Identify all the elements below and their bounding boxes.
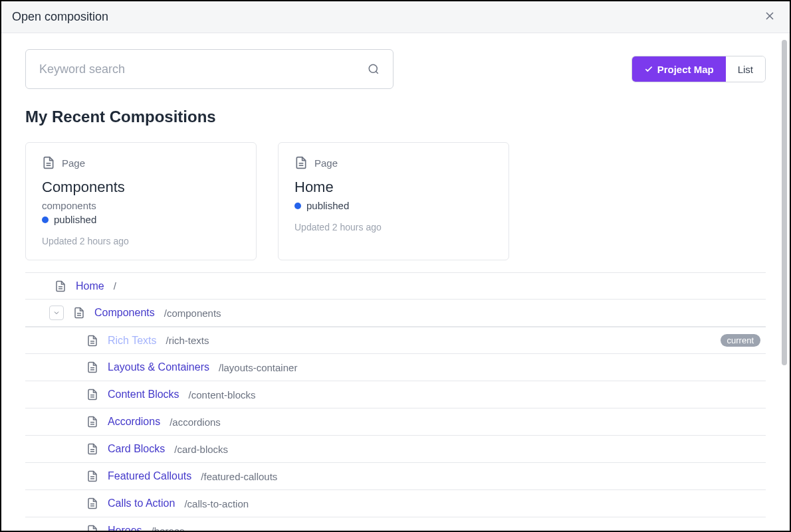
tree-link[interactable]: Rich Texts [108, 335, 157, 347]
card-name: Home [294, 179, 493, 196]
section-title: My Recent Compositions [25, 108, 766, 126]
tree-path: /calls-to-action [184, 498, 249, 509]
tree-row[interactable]: Rich Texts/rich-textscurrent [25, 327, 766, 354]
card-type: Page [42, 156, 240, 169]
card-type-label: Page [62, 157, 85, 169]
search-box[interactable] [25, 49, 394, 89]
page-icon [294, 156, 308, 169]
modal-title: Open composition [12, 10, 108, 24]
card-status: published [294, 200, 493, 211]
tree-link[interactable]: Components [94, 307, 155, 319]
tree-link[interactable]: Calls to Action [108, 497, 175, 509]
status-dot [42, 217, 49, 223]
view-project-map-label: Project Map [657, 64, 714, 75]
page-icon [86, 361, 98, 373]
page-icon [86, 525, 98, 531]
page-icon [42, 156, 55, 169]
view-list[interactable]: List [726, 56, 765, 82]
svg-line-3 [376, 71, 378, 73]
tree-row[interactable]: Featured Callouts/featured-callouts [25, 463, 766, 490]
card-slug: components [42, 200, 240, 211]
tree-path: / [114, 280, 116, 292]
tree-row[interactable]: Heroes/heroes [25, 517, 766, 531]
tree-row[interactable]: Layouts & Containers/layouts-container [25, 354, 766, 381]
tree-link[interactable]: Accordions [108, 416, 160, 428]
page-icon [86, 389, 98, 400]
close-icon [763, 9, 776, 23]
tree-path: /components [164, 308, 221, 319]
page-icon [73, 307, 85, 319]
modal-body: Project Map List My Recent Compositions … [1, 33, 790, 531]
status-dot [294, 203, 301, 209]
page-icon [86, 470, 98, 482]
close-button[interactable] [760, 7, 779, 28]
page-icon [86, 443, 98, 455]
card-updated: Updated 2 hours ago [294, 222, 493, 232]
tree-row-components[interactable]: Components /components [25, 300, 766, 327]
view-project-map[interactable]: Project Map [632, 56, 726, 82]
tree-row[interactable]: Content Blocks/content-blocks [25, 381, 766, 408]
page-icon [55, 280, 66, 292]
tree-row[interactable]: Accordions/accordions [25, 408, 766, 436]
tree-path: /content-blocks [189, 389, 256, 400]
current-badge: current [721, 334, 760, 347]
recent-cards: Page Components components published Upd… [25, 142, 766, 260]
card-name: Components [42, 179, 240, 196]
composition-card[interactable]: Page Components components published Upd… [25, 142, 257, 260]
tree-path: /card-blocks [174, 444, 228, 455]
project-tree: Home / Components /components Rich Texts… [25, 272, 766, 531]
view-toggle: Project Map List [631, 56, 766, 82]
card-status-label: published [54, 214, 96, 225]
tree-path: /heroes [152, 525, 185, 531]
tree-path: /layouts-container [219, 362, 297, 373]
card-updated: Updated 2 hours ago [42, 236, 240, 246]
view-list-label: List [738, 64, 753, 75]
tree-link[interactable]: Heroes [108, 525, 142, 531]
card-type: Page [294, 156, 493, 169]
check-icon [644, 64, 653, 74]
tree-path: /rich-texts [166, 335, 209, 346]
chevron-down-icon [53, 309, 60, 317]
tree-link[interactable]: Layouts & Containers [108, 361, 209, 373]
tree-link[interactable]: Card Blocks [108, 443, 165, 455]
scrollbar[interactable] [782, 40, 787, 365]
page-icon [86, 335, 98, 347]
modal-header: Open composition [1, 1, 790, 33]
search-icon [368, 63, 380, 75]
tree-link[interactable]: Content Blocks [108, 389, 179, 400]
collapse-toggle[interactable] [49, 306, 64, 320]
tree-path: /featured-callouts [201, 471, 277, 482]
svg-point-2 [369, 64, 377, 72]
page-icon [86, 497, 98, 509]
tree-row[interactable]: Card Blocks/card-blocks [25, 436, 766, 463]
tree-row-home[interactable]: Home / [25, 272, 766, 300]
card-type-label: Page [314, 157, 338, 169]
composition-card[interactable]: Page Home published Updated 2 hours ago [278, 142, 509, 260]
page-icon [86, 416, 98, 428]
card-status: published [42, 214, 240, 225]
tree-path: /accordions [170, 416, 221, 428]
search-input[interactable] [39, 62, 368, 76]
tree-link[interactable]: Home [76, 280, 104, 292]
tree-link[interactable]: Featured Callouts [108, 470, 191, 482]
card-status-label: published [306, 200, 349, 211]
top-controls: Project Map List [25, 49, 766, 89]
tree-row[interactable]: Calls to Action/calls-to-action [25, 490, 766, 517]
